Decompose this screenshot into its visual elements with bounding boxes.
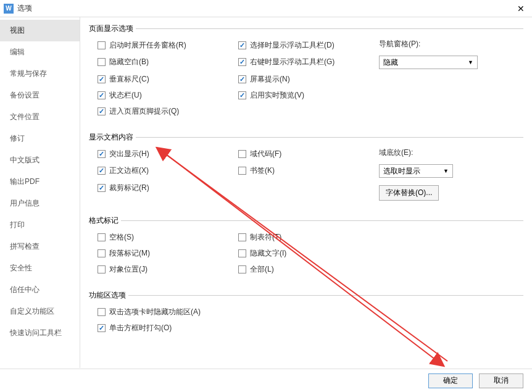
field-shade-select[interactable]: 选取时显示▼ xyxy=(379,164,453,178)
sidebar-item-12[interactable]: 信任中心 xyxy=(0,279,80,301)
sidebar-item-11[interactable]: 安全性 xyxy=(0,257,80,279)
sidebar-item-5[interactable]: 修订 xyxy=(0,128,80,149)
cb-crop-marks[interactable]: 裁剪标记(R) xyxy=(98,181,238,194)
cb-text-border[interactable]: 正文边框(X) xyxy=(98,164,238,177)
sidebar-item-0[interactable]: 视图 xyxy=(0,20,80,41)
cb-object-pos[interactable]: 对象位置(J) xyxy=(98,263,238,275)
sidebar-item-2[interactable]: 常规与保存 xyxy=(0,63,80,85)
cb-float-toolbar-rclick[interactable]: 右键时显示浮动工具栏(G) xyxy=(238,56,379,68)
cb-hidden-text[interactable]: 隐藏文字(I) xyxy=(238,247,379,259)
nav-pane-select[interactable]: 隐藏▼ xyxy=(379,56,478,69)
cb-tab[interactable]: 制表符(T) xyxy=(238,231,379,243)
sidebar-item-9[interactable]: 打印 xyxy=(0,214,80,236)
content-pane: 页面显示选项 启动时展开任务窗格(R) 选择时显示浮动工具栏(D) 导航窗格(P… xyxy=(80,17,532,368)
sidebar-item-3[interactable]: 备份设置 xyxy=(0,85,80,106)
legend-page-display: 页面显示选项 xyxy=(89,23,133,34)
app-icon: W xyxy=(4,4,14,14)
caret-down-icon: ▼ xyxy=(468,59,473,65)
cb-status-bar[interactable]: 状态栏(U) xyxy=(98,89,238,101)
cb-field-code[interactable]: 域代码(F) xyxy=(238,148,379,160)
group-format-marks: 格式标记 空格(S) 制表符(T) 段落标记(M) 隐藏文字(I) 对象位置(J… xyxy=(89,215,523,283)
legend-format-marks: 格式标记 xyxy=(89,215,118,226)
nav-pane-label: 导航窗格(P): xyxy=(379,39,521,49)
title-bar: W 选项 ✕ xyxy=(0,0,532,17)
sidebar-item-13[interactable]: 自定义功能区 xyxy=(0,301,80,322)
sidebar-item-7[interactable]: 输出PDF xyxy=(0,171,80,193)
sidebar-item-1[interactable]: 编辑 xyxy=(0,41,80,63)
sidebar: 视图编辑常规与保存备份设置文件位置修订中文版式输出PDF用户信息打印拼写检查安全… xyxy=(0,17,80,368)
legend-doc-content: 显示文档内容 xyxy=(89,132,133,143)
sidebar-item-4[interactable]: 文件位置 xyxy=(0,106,80,128)
cb-live-preview[interactable]: 启用实时预览(V) xyxy=(238,89,379,101)
field-shade-label: 域底纹(E): xyxy=(379,148,521,158)
window-title: 选项 xyxy=(17,3,513,14)
cb-header-footer-tip[interactable]: 进入页眉页脚提示(Q) xyxy=(98,105,238,117)
caret-down-icon: ▼ xyxy=(443,168,449,174)
sidebar-item-8[interactable]: 用户信息 xyxy=(0,193,80,214)
sidebar-item-10[interactable]: 拼写检查 xyxy=(0,236,80,257)
close-icon[interactable]: ✕ xyxy=(513,1,528,16)
cb-hide-blank[interactable]: 隐藏空白(B) xyxy=(98,56,238,68)
cb-paragraph-mark[interactable]: 段落标记(M) xyxy=(98,247,238,259)
cb-dblclick-hide-ribbon[interactable]: 双击选项卡时隐藏功能区(A) xyxy=(98,306,201,318)
cb-float-toolbar-select[interactable]: 选择时显示浮动工具栏(D) xyxy=(238,39,379,51)
legend-ribbon: 功能区选项 xyxy=(89,290,126,301)
cb-all-marks[interactable]: 全部(L) xyxy=(238,263,379,275)
cb-highlight[interactable]: 突出显示(H) xyxy=(98,148,238,160)
cb-vertical-ruler[interactable]: 垂直标尺(C) xyxy=(98,73,238,85)
cb-open-task-pane[interactable]: 启动时展开任务窗格(R) xyxy=(98,39,238,51)
group-page-display: 页面显示选项 启动时展开任务窗格(R) 选择时显示浮动工具栏(D) 导航窗格(P… xyxy=(89,23,523,125)
cb-space[interactable]: 空格(S) xyxy=(98,231,238,243)
sidebar-item-6[interactable]: 中文版式 xyxy=(0,149,80,171)
group-ribbon: 功能区选项 双击选项卡时隐藏功能区(A) 单击方框时打勾(O) xyxy=(89,290,523,341)
font-replace-button[interactable]: 字体替换(O)... xyxy=(379,185,439,201)
cb-screen-tip[interactable]: 屏幕提示(N) xyxy=(238,73,379,85)
cb-bookmark[interactable]: 书签(K) xyxy=(238,164,379,177)
group-doc-content: 显示文档内容 突出显示(H) 域代码(F) 域底纹(E): 正文边框(X) 书签… xyxy=(89,132,523,208)
ok-button[interactable]: 确定 xyxy=(428,373,473,388)
sidebar-item-14[interactable]: 快速访问工具栏 xyxy=(0,322,80,344)
cb-click-check[interactable]: 单击方框时打勾(O) xyxy=(98,322,172,334)
cancel-button[interactable]: 取消 xyxy=(479,373,523,388)
